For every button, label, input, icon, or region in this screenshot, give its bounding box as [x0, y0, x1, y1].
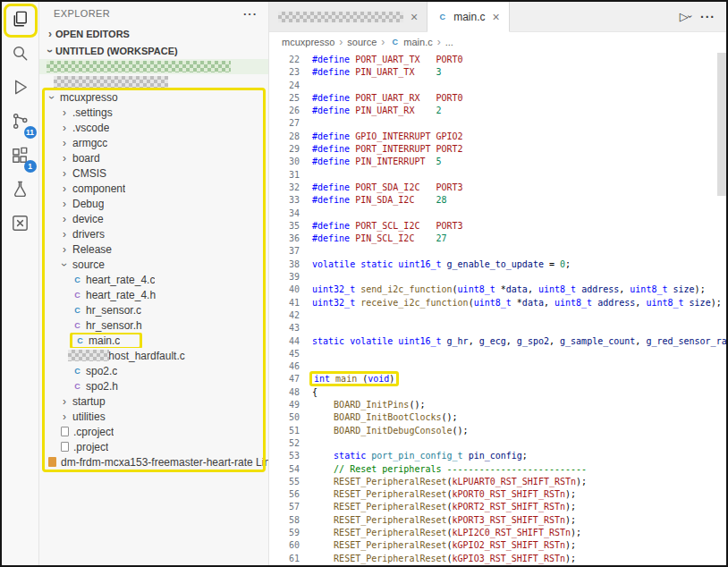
activity-bar-item-explorer[interactable]: [7, 7, 34, 34]
tree-item-mcuxpresso[interactable]: ›mcuxpresso: [39, 89, 268, 105]
code-line-49: 49 BOARD_InitPins();: [269, 399, 726, 411]
tree-item-dm-frdm-mcxa153-freemaster-heart-rate-linkser[interactable]: dm-frdm-mcxa153-freemaster-heart-rate Li…: [39, 454, 268, 470]
tree-item-debug[interactable]: ›Debug: [39, 196, 268, 211]
scrollbar[interactable]: [717, 53, 726, 565]
code-line-51: 51 BOARD_InitDebugConsole();: [269, 425, 726, 437]
more-actions-icon[interactable]: ···: [700, 10, 715, 24]
tree-item-semihost-hardfault-c[interactable]: Csemihost_hardfault.c: [39, 348, 268, 363]
file-icon: [61, 427, 69, 436]
chevron-right-icon: ›: [59, 183, 70, 194]
line-number: 23: [269, 66, 300, 79]
redaction-block: [47, 61, 231, 72]
tree-item-label: .settings: [72, 106, 113, 119]
activity-bar-item-run-debug[interactable]: [7, 75, 34, 102]
line-number: 36: [269, 233, 300, 245]
code-line-24: 24: [269, 80, 726, 92]
activity-bar-item-source-control[interactable]: 11: [7, 109, 34, 136]
redacted-workspace-item[interactable]: [39, 59, 268, 74]
line-number: 60: [269, 539, 300, 552]
code-line-52: 52: [269, 437, 726, 450]
workspace-section[interactable]: › UNTITLED (WORKSPACE): [39, 43, 268, 59]
line-number: 45: [269, 348, 300, 360]
tree-item-spo2-h[interactable]: Cspo2.h: [39, 378, 268, 394]
code-line-40: 40uint32_t send_i2c_function(uint8_t *da…: [269, 284, 726, 296]
tree-item-label: heart_rate_4.c: [86, 274, 155, 286]
code-line-27: 27: [269, 117, 726, 130]
breadcrumb-item-source[interactable]: source: [347, 37, 377, 47]
tree-item-project[interactable]: .project: [39, 439, 268, 454]
activity-bar-item-extensions[interactable]: 1: [7, 143, 34, 170]
scrollbar-thumb[interactable]: [717, 53, 726, 196]
redaction-block: [68, 350, 109, 361]
line-number: 31: [269, 169, 300, 182]
code-line-32: 32#define PORT_SDA_I2C PORT3: [269, 182, 726, 194]
line-number: 49: [269, 399, 300, 411]
tree-item-cproject[interactable]: .cproject: [39, 424, 268, 439]
tree-item-main-c[interactable]: Cmain.c: [39, 333, 268, 348]
tree-item-cmsis[interactable]: ›CMSIS: [39, 165, 268, 181]
tree-item-drivers[interactable]: ›drivers: [39, 226, 268, 241]
chevron-right-icon: ›: [45, 29, 55, 39]
breadcrumb-item-mcuxpresso[interactable]: mcuxpresso: [282, 37, 334, 47]
code-line-60: 60 RESET_PeripheralReset(kGPIO2_RST_SHIF…: [269, 539, 726, 552]
tree-item-component[interactable]: ›component: [39, 181, 268, 196]
close-icon[interactable]: ×: [411, 11, 418, 23]
chevron-right-icon: ›: [59, 229, 70, 240]
breadcrumb-item-main-c[interactable]: Cmain.c: [389, 37, 432, 48]
tree-item-armgcc[interactable]: ›armgcc: [39, 135, 268, 150]
tree-item-device[interactable]: ›device: [39, 211, 268, 226]
tree-item-vscode[interactable]: ›.vscode: [39, 120, 268, 135]
code-line-23: 23#define PIN_UART_TX 3: [269, 66, 726, 79]
chevron-right-icon: ›: [59, 123, 70, 133]
tree-item-heart-rate-4-c[interactable]: Cheart_rate_4.c: [39, 272, 268, 287]
tree-item-startup[interactable]: ›startup: [39, 394, 268, 409]
activity-bar-item-testing[interactable]: [7, 177, 34, 204]
code-line-38: 38volatile static uint16_t g_enable_to_u…: [269, 258, 726, 271]
tree-item-hr-sensor-h[interactable]: Chr_sensor.h: [39, 317, 268, 333]
chevron-right-icon: ›: [59, 214, 70, 224]
activity-bar-item-x-tool[interactable]: [7, 211, 34, 238]
code-line-44: 44static volatile uint16_t g_hr, g_ecg, …: [269, 335, 726, 348]
close-icon[interactable]: ×: [493, 11, 500, 23]
tab-redacted[interactable]: ×: [269, 2, 427, 31]
activity-bar-item-search[interactable]: [7, 41, 34, 68]
tree-item-hr-sensor-c[interactable]: Chr_sensor.c: [39, 302, 268, 317]
line-number: 53: [269, 450, 300, 462]
more-actions-icon[interactable]: ···: [243, 7, 258, 21]
editor-actions: ▷ › ···: [680, 2, 726, 31]
editor-group: × C main.c × ▷ › ··· mcuxpresso›source›C…: [269, 2, 726, 565]
tree-item-source[interactable]: ›source: [39, 257, 268, 272]
code-line-22: 22#define PORT_UART_TX PORT0: [269, 54, 726, 66]
tree-item-settings[interactable]: ›.settings: [39, 105, 268, 120]
redaction-block: [54, 76, 168, 88]
code-line-57: 57 RESET_PeripheralReset(kPORT2_RST_SHIF…: [269, 501, 726, 513]
chevron-down-icon: ›: [685, 15, 695, 18]
x-tool-icon: [10, 213, 30, 237]
line-number: 25: [269, 92, 300, 105]
badge: 1: [24, 160, 37, 173]
redacted-workspace-item[interactable]: [39, 74, 268, 89]
line-number: 27: [269, 117, 300, 130]
code-editor[interactable]: 22#define PORT_UART_TX PORT023#define PI…: [269, 52, 726, 565]
tree-item-release[interactable]: ›Release: [39, 241, 268, 257]
file-tree: ›mcuxpresso›.settings›.vscode›armgcc›boa…: [39, 89, 268, 470]
tab-label: main.c: [453, 11, 485, 23]
tab-main-c[interactable]: C main.c ×: [427, 2, 510, 32]
tree-item-board[interactable]: ›board: [39, 150, 268, 165]
tree-item-heart-rate-4-h[interactable]: Cheart_rate_4.h: [39, 287, 268, 302]
tree-item-utilities[interactable]: ›utilities: [39, 409, 268, 424]
code-line-45: 45: [269, 348, 726, 360]
code-line-41: 41uint32_t receive_i2c_function(uint8_t …: [269, 297, 726, 309]
code-line-43: 43: [269, 322, 726, 334]
tree-item-spo2-c[interactable]: Cspo2.c: [39, 363, 268, 378]
line-number: 38: [269, 258, 300, 271]
line-number: 46: [269, 360, 300, 373]
line-number: 28: [269, 131, 300, 143]
line-number: 59: [269, 527, 300, 539]
breadcrumb-item-[interactable]: ...: [445, 37, 453, 47]
activity-bar: 111: [2, 2, 39, 565]
explorer-sidebar: EXPLORER ··· › OPEN EDITORS › UNTITLED (…: [39, 2, 269, 565]
open-editors-section[interactable]: › OPEN EDITORS: [39, 25, 268, 43]
tree-item-label: mcuxpresso: [60, 91, 118, 104]
h-file-icon: C: [72, 319, 83, 331]
